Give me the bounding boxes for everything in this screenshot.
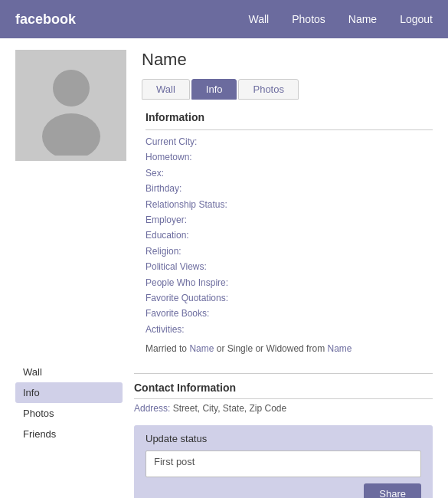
- field-political: Political Views:: [146, 259, 433, 274]
- navbar-links: Wall Photos Name Logout: [249, 13, 433, 25]
- status-title: Update status: [146, 433, 421, 444]
- field-birthday: Birthday:: [146, 181, 433, 196]
- tab-info[interactable]: Info: [191, 79, 237, 100]
- field-current-city: Current City:: [146, 134, 433, 149]
- svg-point-0: [53, 70, 90, 106]
- sidebar-item-info[interactable]: Info: [15, 382, 123, 403]
- profile-right: Name Wall Info Photos Information Curren…: [142, 50, 433, 354]
- nav-name[interactable]: Name: [348, 13, 377, 25]
- sidebar-item-photos[interactable]: Photos: [15, 403, 123, 424]
- field-sex: Sex:: [146, 165, 433, 181]
- main-content: Name Wall Info Photos Information Curren…: [0, 38, 448, 498]
- status-input[interactable]: First post: [146, 450, 421, 477]
- field-inspire: People Who Inspire:: [146, 275, 433, 290]
- share-button[interactable]: Share: [364, 483, 421, 498]
- avatar-silhouette: [25, 56, 117, 156]
- married-text: Married to: [146, 343, 187, 354]
- address-value: Street, City, State, Zip Code: [173, 403, 287, 414]
- nav-wall[interactable]: Wall: [249, 13, 270, 25]
- profile-name: Name: [142, 50, 433, 70]
- field-religion: Religion:: [146, 244, 433, 259]
- field-activities: Activities:: [146, 322, 433, 337]
- contact-section: Contact Information Address: Street, Cit…: [134, 373, 433, 414]
- married-name1[interactable]: Name: [189, 343, 214, 354]
- married-name2[interactable]: Name: [327, 343, 352, 354]
- status-section: Update status First post Share: [134, 425, 433, 498]
- nav-logout[interactable]: Logout: [400, 13, 433, 25]
- sidebar: Wall Info Photos Friends: [15, 362, 123, 498]
- sidebar-item-wall[interactable]: Wall: [15, 362, 123, 382]
- info-section: Information Current City: Hometown: Sex:…: [142, 111, 433, 354]
- contact-divider: [134, 398, 433, 399]
- divider: [146, 129, 433, 130]
- profile-tabs: Wall Info Photos: [142, 79, 433, 100]
- field-relationship: Relationship Status:: [146, 197, 433, 212]
- navbar: facebook Wall Photos Name Logout: [0, 0, 448, 38]
- status-footer: Share: [146, 483, 421, 498]
- tab-wall[interactable]: Wall: [142, 79, 190, 100]
- field-books: Favorite Books:: [146, 306, 433, 321]
- address-label: Address:: [134, 403, 170, 414]
- brand-logo[interactable]: facebook: [8, 11, 83, 28]
- contact-title: Contact Information: [134, 382, 433, 394]
- contact-address: Address: Street, City, State, Zip Code: [134, 403, 433, 414]
- info-title: Information: [146, 111, 433, 123]
- sidebar-item-friends[interactable]: Friends: [15, 424, 123, 444]
- field-quotations: Favorite Quotations:: [146, 290, 433, 306]
- nav-photos[interactable]: Photos: [292, 13, 325, 25]
- tab-photos[interactable]: Photos: [238, 79, 298, 100]
- field-employer: Employer:: [146, 212, 433, 228]
- field-education: Education:: [146, 228, 433, 243]
- avatar: [15, 50, 126, 161]
- married-or: or Single or Widowed from: [217, 343, 325, 354]
- profile-body: Wall Info Photos Friends Contact Informa…: [15, 362, 433, 498]
- info-fields: Current City: Hometown: Sex: Birthday: R…: [146, 134, 433, 337]
- right-content: Contact Information Address: Street, Cit…: [134, 362, 433, 498]
- field-hometown: Hometown:: [146, 149, 433, 165]
- married-line: Married to Name or Single or Widowed fro…: [146, 343, 433, 354]
- profile-header: Name Wall Info Photos Information Curren…: [15, 50, 433, 354]
- svg-point-1: [42, 113, 100, 156]
